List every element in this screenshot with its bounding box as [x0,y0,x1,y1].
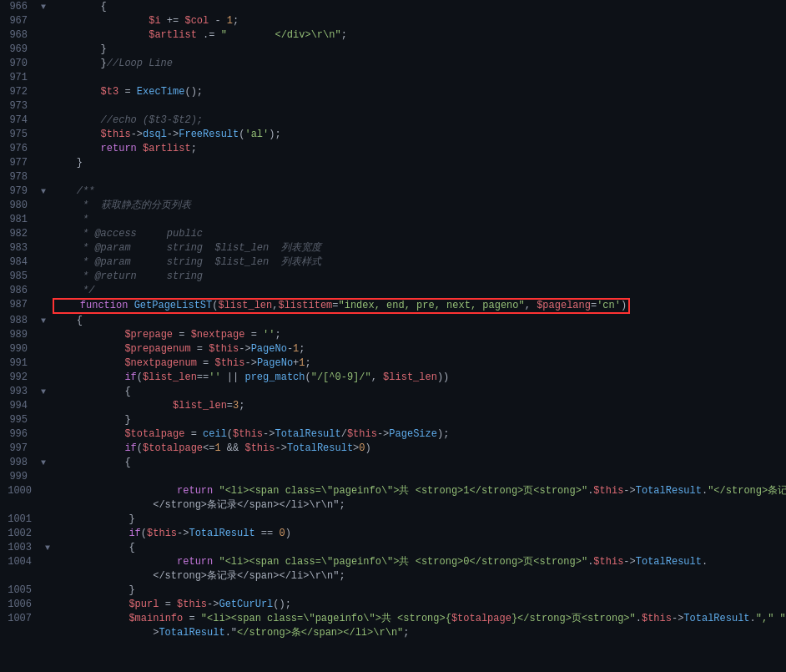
line-content-966: { [49,0,786,14]
code-line-989: 989 $prepage = $nextpage = ''; [0,328,786,342]
line-content-999 [49,470,786,484]
line-content-1004: return "<li><span class=\"pageinfo\">共 <… [53,555,786,569]
code-line-1002: 1002 if($this->TotalResult == 0) [0,527,786,541]
line-num-1002: 1002 [0,527,42,541]
line-num-968: 968 [0,28,38,43]
line-num-977: 977 [0,156,38,170]
fold-979[interactable]: ▼ [38,184,49,199]
line-num-993: 993 [0,385,38,399]
line-num-1007: 1007 [0,612,42,626]
line-content-987: function GetPageListST($list_len,$listit… [49,298,786,314]
code-line-969: 969 } [0,43,786,57]
code-line-972: 972 $t3 = ExecTime(); [0,85,786,99]
code-lines: 966 ▼ { 967 $i += $col - 1; 968 $artlist… [0,0,786,640]
line-content-993: { [49,385,786,399]
line-content-1007b: >TotalResult."</strong>条</span></li>\r\n… [53,626,786,640]
line-content-1000b: </strong>条记录</span></li>\r\n"; [53,498,786,513]
line-num-991: 991 [0,356,38,371]
line-num-1004b: 1004 [0,569,42,584]
line-content-996: $totalpage = ceil($this->TotalResult/$th… [49,427,786,442]
code-line-975: 975 $this->dsql->FreeResult('al'); [0,128,786,142]
fold-998[interactable]: ▼ [38,456,49,470]
code-editor: 966 ▼ { 967 $i += $col - 1; 968 $artlist… [0,0,786,672]
line-num-1000b: 1000 [0,498,42,513]
line-num-995: 995 [0,413,38,427]
line-content-970: }//Loop Line [49,57,786,71]
line-num-976: 976 [0,142,38,156]
line-content-988: { [49,314,786,328]
line-num-979: 979 [0,184,38,199]
code-line-1000: 1000 return "<li><span class=\"pageinfo\… [0,484,786,498]
line-content-977: } [49,156,786,170]
line-content-983: * @param string $list_len 列表宽度 [49,241,786,255]
line-content-991: $nextpagenum = $this->PageNo+1; [49,356,786,371]
code-line-980: 980 * 获取静态的分页列表 [0,199,786,213]
code-line-986: 986 */ [0,284,786,298]
line-num-972: 972 [0,85,38,99]
line-content-975: $this->dsql->FreeResult('al'); [49,128,786,142]
line-content-986: */ [49,284,786,298]
code-line-997: 997 if($totalpage<=1 && $this->TotalResu… [0,442,786,456]
line-content-1007: $maininfo = "<li><span class=\"pageinfo\… [53,612,786,626]
line-content-1002: if($this->TotalResult == 0) [53,527,786,541]
line-content-1004b: </strong>条记录</span></li>\r\n"; [53,569,786,584]
line-content-981: * [49,213,786,227]
fold-988[interactable]: ▼ [38,314,49,328]
line-content-978 [49,170,786,184]
code-line-998: 998 ▼ { [0,456,786,470]
code-line-1000b: 1000 </strong>条记录</span></li>\r\n"; [0,498,786,513]
line-content-972: $t3 = ExecTime(); [49,85,786,99]
line-num-978: 978 [0,170,38,184]
fold-966[interactable]: ▼ [38,0,49,14]
code-line-984: 984 * @param string $list_len 列表样式 [0,255,786,270]
line-content-992: if($list_len=='' || preg_match("/[^0-9]/… [49,371,786,385]
code-line-1003: 1003 ▼ { [0,541,786,555]
line-content-1006: $purl = $this->GetCurUrl(); [53,598,786,612]
code-line-983: 983 * @param string $list_len 列表宽度 [0,241,786,255]
line-num-987: 987 [0,298,38,312]
line-num-973: 973 [0,99,38,114]
code-line-1001: 1001 } [0,513,786,527]
line-content-982: * @access public [49,227,786,241]
line-content-973 [49,99,786,114]
code-line-976: 976 return $artlist; [0,142,786,156]
code-line-994: 994 $list_len=3; [0,399,786,413]
code-line-982: 982 * @access public [0,227,786,241]
line-content-980: * 获取静态的分页列表 [49,199,786,213]
code-line-991: 991 $nextpagenum = $this->PageNo+1; [0,356,786,371]
line-num-997: 997 [0,442,38,456]
code-line-968: 968 $artlist .= " </div>\r\n"; [0,28,786,43]
code-line-978: 978 [0,170,786,184]
code-line-992: 992 if($list_len=='' || preg_match("/[^0… [0,371,786,385]
line-num-975: 975 [0,128,38,142]
code-line-974: 974 //echo ($t3-$t2); [0,114,786,128]
fold-993[interactable]: ▼ [38,385,49,399]
code-line-993: 993 ▼ { [0,385,786,399]
line-num-971: 971 [0,71,38,85]
line-num-967: 967 [0,14,38,28]
code-line-1007: 1007 $maininfo = "<li><span class=\"page… [0,612,786,626]
fold-1003[interactable]: ▼ [42,541,53,555]
line-num-966: 966 [0,0,38,14]
code-line-1005: 1005 } [0,584,786,598]
code-line-977: 977 } [0,156,786,170]
line-content-1003: { [53,541,786,555]
line-num-1006: 1006 [0,598,42,612]
line-content-995: } [49,413,786,427]
line-num-992: 992 [0,371,38,385]
line-num-1003: 1003 [0,541,42,555]
line-content-990: $prepagenum = $this->PageNo-1; [49,342,786,356]
line-num-1007b: 1007 [0,626,42,640]
code-line-995: 995 } [0,413,786,427]
code-line-966: 966 ▼ { [0,0,786,14]
line-content-979: /** [49,184,786,199]
line-content-1000: return "<li><span class=\"pageinfo\">共 <… [53,484,786,498]
code-line-981: 981 * [0,213,786,227]
code-line-988: 988 ▼ { [0,314,786,328]
line-content-989: $prepage = $nextpage = ''; [49,328,786,342]
code-line-990: 990 $prepagenum = $this->PageNo-1; [0,342,786,356]
line-num-974: 974 [0,114,38,128]
code-line-987: 987 function GetPageListST($list_len,$li… [0,298,786,314]
line-content-994: $list_len=3; [49,399,786,413]
line-content-974: //echo ($t3-$t2); [49,114,786,128]
